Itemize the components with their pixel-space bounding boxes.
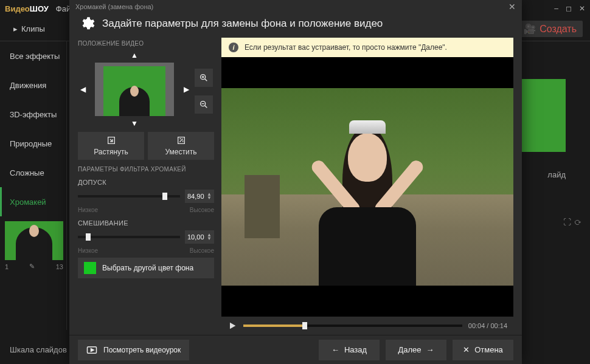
right-slide-label: лайд [547, 170, 566, 179]
arrow-up-button[interactable]: ▲ [131, 51, 138, 60]
video-icon [86, 346, 97, 354]
spinner-arrows-icon[interactable]: ▲▼ [207, 193, 212, 200]
video-preview [221, 57, 513, 317]
cancel-button[interactable]: ✕ Отмена [453, 340, 513, 360]
zoom-in-button[interactable] [195, 69, 213, 87]
arrow-left-button[interactable]: ◀ [80, 85, 86, 94]
stretch-icon [106, 136, 116, 145]
clips-area: 1 ✎ 13 [0, 216, 66, 275]
arrow-down-button[interactable]: ▼ [131, 119, 138, 128]
progress-bar[interactable] [243, 325, 462, 327]
gear-icon [79, 16, 95, 32]
bg-color-swatch [84, 262, 96, 274]
blend-label: СМЕШИВАНИЕ [78, 219, 214, 227]
sidebar-item-nature[interactable]: Природные [0, 129, 66, 158]
cancel-label: Отмена [474, 345, 503, 354]
blend-high: Высокое [190, 247, 214, 254]
dialog-body: ПОЛОЖЕНИЕ ВИДЕО ▲ ◀ ▶ ▼ [69, 38, 522, 335]
blend-value: 10,00 [187, 233, 204, 241]
info-icon: i [229, 43, 238, 52]
blend-thumb[interactable] [86, 233, 91, 241]
zoom-out-button[interactable] [195, 95, 213, 114]
tolerance-slider[interactable] [78, 195, 180, 197]
bg-tower-graphic [245, 175, 280, 238]
back-button[interactable]: ← Назад [319, 340, 380, 360]
camera-icon: 🎥 [524, 23, 536, 35]
dialog-footer: Посмотреть видеоурок ← Назад Далее → ✕ О… [69, 335, 522, 364]
stretch-button[interactable]: Растянуть [78, 132, 144, 160]
arrow-right-button[interactable]: ▶ [184, 85, 189, 94]
fit-buttons-row: Растянуть Уместить [78, 132, 214, 160]
player-bar: 00:04 / 00:14 [221, 317, 513, 335]
menu-file[interactable]: Фай [56, 4, 71, 13]
sidebar-item-complex[interactable]: Сложные [0, 158, 66, 187]
clips-label: Клипы [21, 24, 45, 33]
pick-bg-color-button[interactable]: Выбрать другой цвет фона [78, 258, 214, 278]
position-section-label: ПОЛОЖЕНИЕ ВИДЕО [78, 40, 214, 47]
minimize-button[interactable]: – [554, 4, 558, 13]
effects-sidebar: Все эффекты Движения 3D-эффекты Природны… [0, 41, 67, 330]
back-label: Назад [344, 345, 367, 354]
preview-head [130, 86, 139, 97]
zoom-column [195, 65, 213, 114]
body-graphic [319, 207, 416, 286]
play-button[interactable] [227, 321, 237, 331]
clip-thumbnail[interactable] [5, 221, 63, 260]
sidebar-item-all[interactable]: Все эффекты [0, 41, 66, 70]
position-preview-inner [103, 66, 165, 116]
maximize-button[interactable]: ◻ [566, 4, 572, 13]
tolerance-low: Низкое [78, 207, 98, 213]
tutorial-label: Посмотреть видеоурок [103, 346, 181, 354]
dialog-title: Задайте параметры для замены фона и поло… [102, 18, 383, 30]
dialog-header: Задайте параметры для замены фона и поло… [69, 13, 522, 38]
dialog-titlebar: Хромакей (замена фона) ✕ [69, 0, 522, 13]
head-graphic [348, 133, 387, 182]
main-window: ВидеоШОУ Фай – ◻ ✕ ▸ Клипы 🎥 Создать Все… [0, 0, 590, 364]
blend-spinner[interactable]: 10,00 ▲▼ [185, 230, 214, 244]
sidebar-item-motion[interactable]: Движения [0, 70, 66, 100]
preview-panel: i Если результат вас устраивает, то прос… [221, 38, 513, 335]
clips-button[interactable]: ▸ Клипы [7, 20, 51, 38]
next-button[interactable]: Далее → [386, 340, 446, 360]
next-label: Далее [398, 345, 421, 354]
sidebar-item-3d[interactable]: 3D-эффекты [0, 100, 66, 129]
fit-icon [176, 136, 186, 145]
tolerance-spinner[interactable]: 84,90 ▲▼ [185, 190, 214, 203]
edit-icon[interactable]: ✎ [29, 263, 35, 270]
stretch-label: Растянуть [94, 148, 128, 156]
blend-low: Низкое [78, 247, 98, 254]
position-preview[interactable] [95, 63, 174, 116]
tolerance-value: 84,90 [187, 193, 204, 200]
close-icon: ✕ [463, 345, 470, 354]
brand-logo: ВидеоШОУ [5, 4, 49, 13]
dialog-close-button[interactable]: ✕ [508, 2, 516, 12]
info-bar: i Если результат вас устраивает, то прос… [221, 38, 513, 57]
filter-section-label: ПАРАМЕТРЫ ФИЛЬТРА ХРОМАКЕЙ [78, 166, 214, 173]
tutorial-button[interactable]: Посмотреть видеоурок [78, 340, 189, 360]
sidebar-item-chromakey[interactable]: Хромакей [0, 187, 66, 216]
arrow-left-icon: ← [331, 345, 339, 354]
blend-sublabels: Низкое Высокое [78, 247, 214, 254]
dialog-window-title: Хромакей (замена фона) [75, 3, 153, 10]
fit-label: Уместить [165, 148, 197, 156]
settings-panel: ПОЛОЖЕНИЕ ВИДЕО ▲ ◀ ▶ ▼ [78, 38, 214, 335]
progress-fill [243, 325, 305, 327]
spinner-arrows-icon[interactable]: ▲▼ [207, 233, 212, 241]
composite-graphic [221, 88, 513, 286]
info-text: Если результат вас устраивает, то просто… [245, 43, 447, 52]
fit-screen-icon[interactable]: ⛶ ⟳ [563, 218, 581, 227]
tolerance-thumb[interactable] [162, 193, 167, 200]
pick-color-label: Выбрать другой цвет фона [102, 264, 193, 272]
clip-index: 1 [5, 263, 9, 270]
fit-button[interactable]: Уместить [148, 132, 214, 160]
create-button[interactable]: 🎥 Создать [518, 21, 583, 37]
time-total: 00:14 [490, 322, 507, 329]
blend-row: 10,00 ▲▼ [78, 230, 214, 244]
tolerance-high: Высокое [190, 207, 214, 213]
woman-graphic [280, 108, 455, 286]
play-icon: ▸ [13, 24, 18, 33]
blend-slider[interactable] [78, 236, 180, 238]
progress-thumb[interactable] [302, 322, 307, 329]
time-current: 00:04 [468, 322, 485, 329]
close-button[interactable]: ✕ [579, 4, 585, 13]
